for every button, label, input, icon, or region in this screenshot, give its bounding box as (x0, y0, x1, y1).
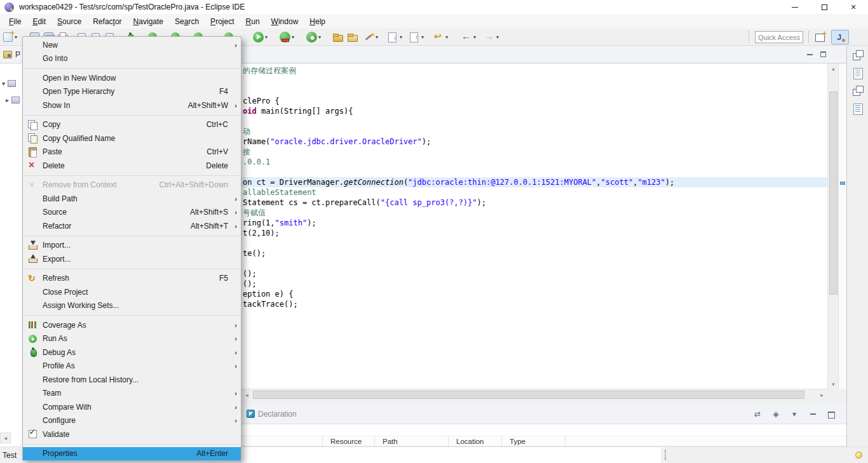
coverage-button[interactable]: ▾ (280, 30, 294, 43)
outline-icon[interactable] (852, 104, 864, 115)
minimize-editor-button[interactable] (807, 54, 813, 55)
maximize-icon[interactable] (826, 409, 836, 419)
quick-access-box[interactable]: Quick Access (755, 31, 803, 43)
dropdown-caret-icon[interactable]: ▾ (15, 34, 17, 40)
menu-item-run-as[interactable]: Run As› (23, 332, 241, 346)
java-perspective-button[interactable] (831, 30, 849, 44)
dropdown-caret-icon[interactable]: ▾ (265, 34, 268, 40)
minimize-window-button[interactable] (780, 0, 810, 14)
overview-ruler[interactable] (838, 64, 846, 389)
tab-declaration[interactable]: Declaration (241, 404, 303, 424)
scroll-left-icon[interactable]: ◂ (241, 389, 252, 401)
menu-item-source[interactable]: SourceAlt+Shift+S› (23, 206, 241, 220)
scroll-right-icon[interactable]: ▸ (817, 389, 827, 401)
menu-item-import[interactable]: Import... (23, 239, 241, 253)
task-list-icon[interactable] (852, 68, 864, 79)
menu-search[interactable]: Search (169, 14, 205, 29)
menu-item-show-in[interactable]: Show InAlt+Shift+W› (23, 98, 241, 112)
open-input-icon[interactable] (771, 409, 781, 419)
menu-item-team[interactable]: Team› (23, 387, 241, 401)
close-window-button[interactable]: × (839, 0, 868, 14)
menu-item-profile-as[interactable]: Profile As› (23, 359, 241, 373)
ruler-annotation-mark[interactable] (840, 182, 845, 185)
menu-source[interactable]: Source (51, 14, 87, 29)
vertical-scrollbar[interactable]: ▴ ▾ (827, 64, 838, 389)
forward-button[interactable]: ▾ (484, 30, 499, 43)
run-button[interactable]: ▾ (253, 30, 268, 43)
restore-view-icon[interactable] (852, 50, 864, 62)
menu-item-build-path[interactable]: Build Path› (23, 192, 241, 206)
maximize-window-button[interactable] (810, 0, 839, 14)
dropdown-caret-icon[interactable]: ▾ (496, 34, 499, 40)
menu-run[interactable]: Run (240, 14, 266, 29)
chevron-right-icon[interactable]: ▸ (6, 97, 9, 104)
column-header-type[interactable]: Type (502, 436, 566, 446)
link-with-editor-icon[interactable] (752, 409, 763, 419)
menu-item-refactor[interactable]: RefactorAlt+Shift+T› (23, 219, 241, 233)
menu-item-paste[interactable]: PasteCtrl+V (23, 145, 241, 159)
open-perspective-button[interactable] (812, 30, 829, 44)
menu-help[interactable]: Help (304, 14, 331, 29)
vertical-scroll-thumb[interactable] (829, 91, 837, 295)
menu-item-export[interactable]: Export... (23, 252, 241, 266)
menu-item-go-into[interactable]: Go Into (23, 52, 241, 66)
column-header-resource[interactable]: Resource (323, 436, 375, 446)
dropdown-caret-icon[interactable]: ▾ (400, 34, 402, 40)
table-header-cell-empty[interactable] (241, 436, 323, 446)
minimize-icon[interactable] (808, 409, 818, 419)
menu-item-configure[interactable]: Configure› (23, 414, 241, 428)
open-resource-button[interactable] (347, 30, 358, 43)
menu-window[interactable]: Window (266, 14, 304, 29)
menu-item-copy-qualified-name[interactable]: Copy Qualified Name (23, 131, 241, 145)
menu-item-restore-from-local-history[interactable]: Restore from Local History... (23, 373, 241, 387)
new-wizard-button[interactable]: ▾ (3, 30, 17, 43)
code-area[interactable]: 的存储过程案例clePro {oid main(String[] args){动… (241, 64, 827, 389)
menu-refactor[interactable]: Refactor (87, 14, 127, 29)
previous-annotation-button[interactable]: ▾ (409, 30, 424, 43)
back-button[interactable]: ▾ (461, 30, 476, 43)
next-annotation-button[interactable]: ▾ (388, 30, 402, 43)
column-header-location[interactable]: Location (449, 436, 502, 446)
menu-item-compare-with[interactable]: Compare With› (23, 400, 241, 414)
dropdown-caret-icon[interactable]: ▾ (318, 34, 321, 40)
menu-file[interactable]: File (3, 14, 27, 29)
menu-item-open-in-new-window[interactable]: Open in New Window (23, 71, 241, 85)
menu-project[interactable]: Project (205, 14, 240, 29)
menu-item-coverage-as[interactable]: Coverage As› (23, 318, 241, 332)
open-task-button[interactable] (332, 30, 343, 43)
scroll-down-icon[interactable]: ▾ (828, 379, 839, 389)
notification-lightbulb-icon[interactable] (855, 452, 862, 459)
menu-item-debug-as[interactable]: Debug As› (23, 346, 241, 359)
scroll-up-icon[interactable]: ▴ (828, 64, 839, 73)
last-edit-location-button[interactable]: ▾ (433, 30, 448, 43)
dropdown-caret-icon[interactable]: ▾ (445, 34, 448, 40)
chevron-down-icon[interactable]: ▾ (2, 80, 5, 87)
horizontal-scrollbar[interactable]: ◂ ▸ (241, 389, 827, 400)
dropdown-caret-icon[interactable]: ▾ (376, 34, 378, 40)
menu-item-delete[interactable]: DeleteDelete (23, 159, 241, 173)
menu-item-new[interactable]: New› (23, 38, 241, 52)
maximize-editor-button[interactable] (820, 51, 826, 57)
menu-item-open-type-hierarchy[interactable]: Open Type HierarchyF4 (23, 85, 241, 99)
tree-item-project[interactable]: ▾ (2, 80, 16, 87)
dropdown-caret-icon[interactable]: ▾ (292, 34, 294, 40)
column-header-path[interactable]: Path (375, 436, 449, 446)
menu-item-properties[interactable]: PropertiesAlt+Enter (23, 447, 241, 461)
menu-item-copy[interactable]: CopyCtrl+C (23, 118, 241, 132)
package-explorer-tab[interactable]: P (15, 50, 20, 59)
horizontal-scroll-thumb[interactable] (253, 391, 804, 399)
dropdown-caret-icon[interactable]: ▾ (473, 34, 476, 40)
menu-item-close-project[interactable]: Close Project (23, 285, 241, 299)
restore-view-icon[interactable] (852, 86, 864, 97)
menu-edit[interactable]: Edit (27, 14, 51, 29)
dropdown-caret-icon[interactable]: ▾ (421, 34, 424, 40)
view-menu-icon[interactable] (789, 409, 799, 419)
eclipse-logo-icon[interactable] (4, 3, 14, 12)
profile-button[interactable]: ▾ (306, 30, 321, 43)
menu-item-assign-working-sets[interactable]: Assign Working Sets... (23, 299, 241, 313)
tree-item-child[interactable]: ▸ (6, 97, 20, 104)
menu-item-validate[interactable]: Validate (23, 427, 241, 441)
scroll-left-button[interactable]: ◂ (0, 433, 11, 443)
search-button[interactable]: ▾ (363, 30, 378, 43)
menu-item-refresh[interactable]: RefreshF5 (23, 272, 241, 286)
